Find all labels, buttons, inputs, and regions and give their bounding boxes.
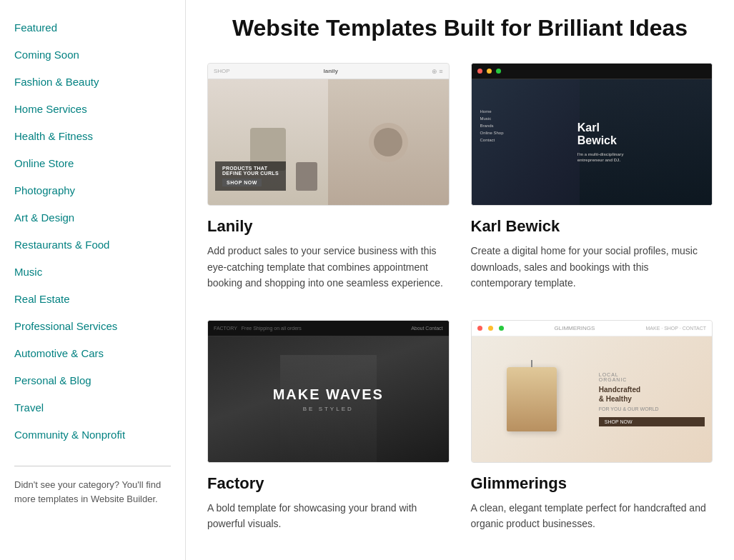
factory-text-block: MAKE WAVES BE STYLED <box>273 386 384 412</box>
sidebar: FeaturedComing SoonFashion & BeautyHome … <box>0 0 186 560</box>
thumb-content: PRODUCTS THATDEFINE YOUR CURLS SHOP NOW <box>208 79 449 205</box>
sidebar-item-restaurants-food[interactable]: Restaurants & Food <box>14 231 171 259</box>
thumb-left: PRODUCTS THATDEFINE YOUR CURLS SHOP NOW <box>208 79 328 205</box>
sidebar-link-travel[interactable]: Travel <box>14 401 44 414</box>
glimmerings-content: LOCALOrganic Handcrafted& Healthy FOR YO… <box>472 336 713 462</box>
page-title: Website Templates Built for Brilliant Id… <box>207 14 713 41</box>
template-name-lanily: Lanily <box>207 217 450 236</box>
template-thumbnail-factory[interactable]: FACTORY Free Shipping on all orders Abou… <box>207 320 450 463</box>
main-content: Website Templates Built for Brilliant Id… <box>186 0 734 560</box>
dot-red <box>477 326 482 331</box>
template-card-factory: FACTORY Free Shipping on all orders Abou… <box>207 320 450 532</box>
template-thumbnail-glimmerings[interactable]: GLIMMERINGS MAKE · SHOP · CONTACT LOCALO… <box>471 320 713 463</box>
template-name-karl-bewick: Karl Bewick <box>471 217 713 236</box>
sidebar-link-coming-soon[interactable]: Coming Soon <box>14 49 79 61</box>
thumb-right <box>328 79 448 205</box>
glimmerings-local: LOCALOrganic <box>599 372 705 382</box>
sidebar-link-real-estate[interactable]: Real Estate <box>14 293 70 305</box>
lanily-overlay-text: PRODUCTS THATDEFINE YOUR CURLS SHOP NOW <box>215 161 286 191</box>
template-name-glimmerings: Glimmerings <box>471 474 713 493</box>
sidebar-item-home-services[interactable]: Home Services <box>14 96 171 123</box>
karl-nav: Home Music Brands Online Shop Contact <box>472 95 512 156</box>
dot-green <box>496 69 501 74</box>
sidebar-link-fashion-beauty[interactable]: Fashion & Beauty <box>14 76 99 88</box>
factory-subtext: BE STYLED <box>273 406 384 412</box>
sidebar-item-health-fitness[interactable]: Health & Fitness <box>14 123 171 150</box>
sidebar-link-music[interactable]: Music <box>14 266 42 278</box>
sidebar-item-photography[interactable]: Photography <box>14 177 171 204</box>
sidebar-nav-list: FeaturedComing SoonFashion & BeautyHome … <box>14 14 171 449</box>
sidebar-link-professional-services[interactable]: Professional Services <box>14 320 117 332</box>
template-card-karl-bewick: Home Music Brands Online Shop Contact Ka… <box>471 63 713 291</box>
browser-bar <box>472 64 713 79</box>
glimmerings-for: FOR YOU & OUR WORLD <box>599 406 705 411</box>
sidebar-item-art-design[interactable]: Art & Design <box>14 204 171 231</box>
karl-name: KarlBewick I'm a multi-disciplinary entr… <box>577 121 649 163</box>
dot-yellow <box>487 69 492 74</box>
sidebar-item-travel[interactable]: Travel <box>14 394 171 421</box>
sidebar-nav: FeaturedComing SoonFashion & BeautyHome … <box>14 14 171 449</box>
sidebar-item-fashion-beauty[interactable]: Fashion & Beauty <box>14 69 171 96</box>
sidebar-item-coming-soon[interactable]: Coming Soon <box>14 41 171 69</box>
sidebar-link-community-nonprofit[interactable]: Community & Nonprofit <box>14 429 125 441</box>
glimmerings-tagline: Handcrafted& Healthy <box>599 385 705 404</box>
template-desc-glimmerings: A clean, elegant template perfect for ha… <box>471 500 713 532</box>
sidebar-divider <box>14 466 171 466</box>
sidebar-link-automotive-cars[interactable]: Automotive & Cars <box>14 347 104 359</box>
sidebar-link-photography[interactable]: Photography <box>14 184 75 196</box>
sidebar-item-music[interactable]: Music <box>14 259 171 286</box>
sidebar-item-professional-services[interactable]: Professional Services <box>14 313 171 340</box>
sidebar-link-home-services[interactable]: Home Services <box>14 103 87 115</box>
sidebar-item-real-estate[interactable]: Real Estate <box>14 286 171 313</box>
sidebar-link-online-store[interactable]: Online Store <box>14 157 74 169</box>
template-desc-karl-bewick: Create a digital home for your social pr… <box>471 243 713 291</box>
browser-bar: GLIMMERINGS MAKE · SHOP · CONTACT <box>472 321 713 336</box>
template-desc-lanily: Add product sales to your service busine… <box>207 243 450 291</box>
lanily-shop-btn[interactable]: SHOP NOW <box>222 179 262 186</box>
glimmerings-candle <box>507 367 557 431</box>
sidebar-link-health-fitness[interactable]: Health & Fitness <box>14 130 93 142</box>
factory-headline: MAKE WAVES <box>273 386 384 403</box>
templates-grid: SHOP lanily ⊕ ≡ PRODUCTS THATDEFINE YOUR… <box>207 63 713 531</box>
template-desc-factory: A bold template for showcasing your bran… <box>207 500 450 532</box>
sidebar-link-featured[interactable]: Featured <box>14 21 57 34</box>
browser-bar: FACTORY Free Shipping on all orders Abou… <box>208 321 449 336</box>
template-card-lanily: SHOP lanily ⊕ ≡ PRODUCTS THATDEFINE YOUR… <box>207 63 450 291</box>
dot-red <box>477 69 482 74</box>
glimmerings-left <box>472 336 592 462</box>
template-card-glimmerings: GLIMMERINGS MAKE · SHOP · CONTACT LOCALO… <box>471 320 713 532</box>
sidebar-link-personal-blog[interactable]: Personal & Blog <box>14 374 91 386</box>
sidebar-item-personal-blog[interactable]: Personal & Blog <box>14 367 171 394</box>
dot-green <box>499 326 504 331</box>
template-thumbnail-karl-bewick[interactable]: Home Music Brands Online Shop Contact Ka… <box>471 63 713 206</box>
sidebar-link-art-design[interactable]: Art & Design <box>14 211 74 224</box>
template-name-factory: Factory <box>207 474 450 493</box>
sidebar-link-restaurants-food[interactable]: Restaurants & Food <box>14 239 109 251</box>
sidebar-item-community-nonprofit[interactable]: Community & Nonprofit <box>14 421 171 449</box>
template-thumbnail-lanily[interactable]: SHOP lanily ⊕ ≡ PRODUCTS THATDEFINE YOUR… <box>207 63 450 206</box>
sidebar-footer: Didn't see your category? You'll find mo… <box>14 478 171 506</box>
karl-content: Home Music Brands Online Shop Contact Ka… <box>472 79 713 205</box>
glimmerings-right: LOCALOrganic Handcrafted& Healthy FOR YO… <box>592 336 712 462</box>
sidebar-item-online-store[interactable]: Online Store <box>14 150 171 177</box>
glimmerings-shop-btn[interactable]: SHOP NOW <box>599 417 705 426</box>
sidebar-item-featured[interactable]: Featured <box>14 14 171 41</box>
sidebar-item-automotive-cars[interactable]: Automotive & Cars <box>14 340 171 367</box>
browser-bar: SHOP lanily ⊕ ≡ <box>208 64 449 79</box>
factory-content: MAKE WAVES BE STYLED <box>208 336 449 462</box>
dot-yellow <box>488 326 493 331</box>
